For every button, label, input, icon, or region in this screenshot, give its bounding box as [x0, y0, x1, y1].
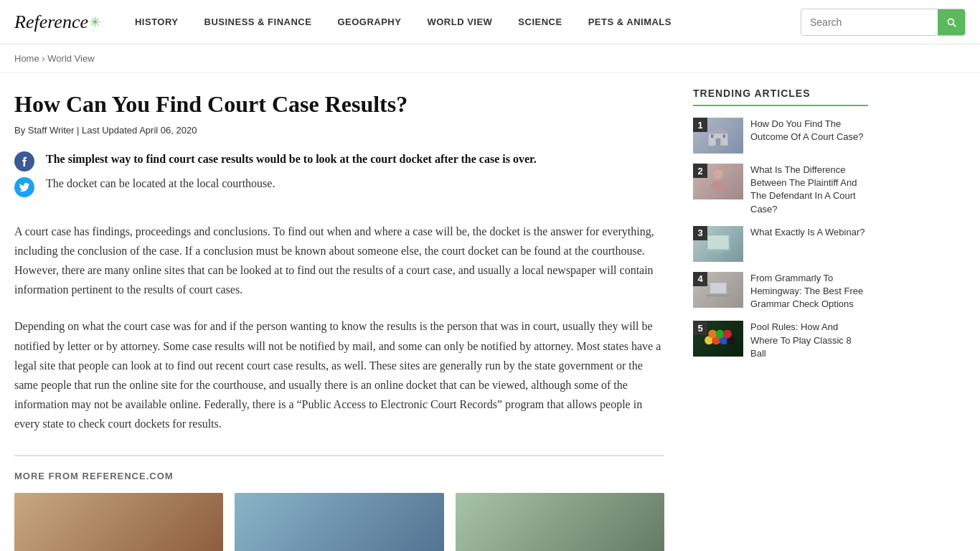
svg-point-19: [723, 330, 732, 339]
more-from-image-1: [14, 493, 223, 551]
nav-pets[interactable]: PETS & ANIMALS: [575, 17, 684, 27]
trending-link-3[interactable]: What Exactly Is A Webinar?: [750, 226, 864, 239]
svg-marker-2: [706, 126, 730, 133]
sidebar: TRENDING ARTICLES 1 How Do You Find The …: [682, 73, 882, 551]
person-illustration: [704, 167, 732, 196]
svg-rect-1: [716, 138, 721, 145]
article-body: A court case has findings, proceedings a…: [14, 222, 664, 434]
breadcrumb-home[interactable]: Home: [14, 53, 39, 64]
trending-item-5[interactable]: 5 Pool Rules: How And Where To Play Clas…: [693, 321, 868, 360]
search-box: [801, 9, 966, 36]
article-author: By Staff Writer: [14, 125, 74, 136]
svg-point-18: [716, 330, 725, 339]
more-from-image-3: [456, 493, 664, 551]
logo[interactable]: Reference✳: [14, 11, 100, 33]
twitter-share-button[interactable]: [14, 177, 34, 197]
nav-geography[interactable]: GEOGRAPHY: [324, 17, 414, 27]
svg-point-17: [708, 330, 717, 339]
laptop-illustration: [704, 277, 732, 302]
logo-text: Reference: [14, 11, 88, 33]
article-updated: Last Updated April 06, 2020: [82, 125, 197, 136]
search-input[interactable]: [801, 17, 938, 28]
breadcrumb-section[interactable]: World View: [47, 53, 94, 64]
svg-rect-9: [715, 251, 722, 253]
svg-rect-12: [706, 295, 730, 297]
nav-worldview[interactable]: WORLD VIEW: [414, 17, 505, 27]
trending-link-5[interactable]: Pool Rules: How And Where To Play Classi…: [750, 321, 868, 360]
trending-num-1: 1: [693, 118, 707, 132]
more-from-item-3[interactable]: [456, 493, 664, 551]
trending-item-2-image-container: 2: [693, 164, 743, 199]
twitter-icon: [19, 183, 29, 192]
trending-link-4[interactable]: From Grammarly To Hemingway: The Best Fr…: [750, 272, 868, 311]
trending-item-3-image-container: 3: [693, 226, 743, 262]
article-content: How Can You Find Court Case Results? By …: [0, 73, 682, 551]
courthouse-illustration: [704, 123, 732, 149]
social-share: [14, 151, 34, 197]
trending-title: TRENDING ARTICLES: [693, 88, 868, 106]
trending-item-3[interactable]: 3 What Exactly Is A Webinar?: [693, 226, 868, 262]
main-container: How Can You Find Court Case Results? By …: [0, 73, 980, 551]
breadcrumb-separator: ›: [42, 53, 44, 64]
svg-rect-8: [707, 235, 728, 249]
webinar-illustration: [704, 231, 732, 256]
facebook-share-button[interactable]: [14, 151, 34, 171]
article-title: How Can You Find Court Case Results?: [14, 90, 664, 118]
trending-num-2: 2: [693, 164, 707, 178]
more-from-section: MORE FROM REFERENCE.COM: [14, 455, 664, 551]
trending-link-2[interactable]: What Is The Difference Between The Plain…: [750, 164, 868, 216]
search-button[interactable]: [938, 9, 965, 36]
trending-item-4[interactable]: 4 From Grammarly To Hemingway: The Best …: [693, 272, 868, 311]
svg-rect-3: [711, 134, 713, 138]
svg-point-5: [713, 169, 722, 179]
trending-item-1[interactable]: 1 How Do You Find The Outcome Of A Court…: [693, 118, 868, 154]
breadcrumb: Home › World View: [0, 44, 980, 73]
more-from-title: MORE FROM REFERENCE.COM: [14, 471, 664, 481]
svg-rect-11: [710, 283, 727, 293]
nav-history[interactable]: HISTORY: [122, 17, 192, 27]
main-nav: HISTORY BUSINESS & FINANCE GEOGRAPHY WOR…: [122, 17, 801, 27]
nav-science[interactable]: SCIENCE: [505, 17, 575, 27]
logo-star: ✳: [90, 14, 100, 30]
more-from-grid: [14, 493, 664, 551]
article-paragraph-2: Depending on what the court case was for…: [14, 316, 664, 433]
trending-num-5: 5: [693, 321, 707, 335]
header: Reference✳ HISTORY BUSINESS & FINANCE GE…: [0, 0, 980, 44]
more-from-item-1[interactable]: [14, 493, 223, 551]
trending-num-4: 4: [693, 272, 707, 286]
trending-num-3: 3: [693, 226, 707, 240]
facebook-icon: [20, 156, 29, 166]
article-meta: By Staff Writer | Last Updated April 06,…: [14, 125, 664, 136]
more-from-item-2[interactable]: [235, 493, 443, 551]
nav-business[interactable]: BUSINESS & FINANCE: [192, 17, 325, 27]
trending-item-1-image-container: 1: [693, 118, 743, 154]
article-meta-sep: |: [77, 125, 79, 136]
trending-link-1[interactable]: How Do You Find The Outcome Of A Court C…: [750, 118, 868, 143]
trending-item-5-image-container: 5: [693, 321, 743, 357]
article-paragraph-1: A court case has findings, proceedings a…: [14, 222, 664, 300]
trending-item-2[interactable]: 2 What Is The Difference Between The Pla…: [693, 164, 868, 216]
more-from-image-2: [235, 493, 443, 551]
article-sub: The docket can be located at the local c…: [46, 174, 664, 193]
svg-point-6: [711, 181, 725, 192]
search-icon: [946, 17, 957, 28]
article-lead: The simplest way to find court case resu…: [46, 150, 664, 169]
svg-rect-4: [723, 134, 725, 138]
trending-item-4-image-container: 4: [693, 272, 743, 308]
